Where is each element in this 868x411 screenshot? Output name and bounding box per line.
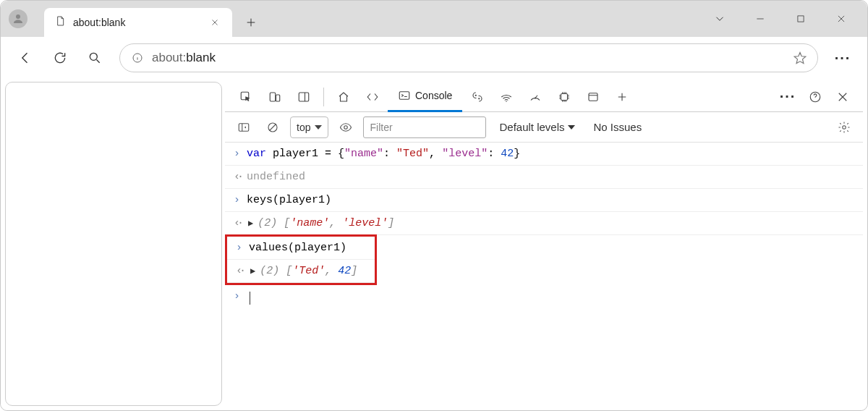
- svg-point-10: [479, 98, 480, 99]
- console-result-row[interactable]: ‹·▶(2) ['name', 'level']: [225, 212, 863, 235]
- tabs-dropdown-button[interactable]: [699, 1, 740, 37]
- toggle-sidebar-button[interactable]: [232, 116, 255, 139]
- tab-close-button[interactable]: [206, 14, 224, 31]
- console-input-row[interactable]: ›keys(player1): [225, 189, 863, 212]
- performance-tab[interactable]: [522, 85, 549, 109]
- row-content: ▶(2) ['name', 'level']: [247, 217, 854, 229]
- svg-point-2: [90, 53, 97, 60]
- titlebar: about:blank: [1, 1, 867, 37]
- input-marker-icon: ›: [234, 290, 247, 302]
- devtools-close-button[interactable]: [830, 85, 856, 109]
- text-cursor: [250, 292, 250, 305]
- row-content: ▶(2) ['Ted', 42]: [249, 265, 366, 277]
- new-tab-button[interactable]: [237, 8, 265, 37]
- menu-button[interactable]: ···: [827, 42, 859, 74]
- dots-icon: ···: [780, 88, 796, 105]
- chevron-down-icon: [568, 124, 575, 131]
- favorite-button[interactable]: [790, 51, 810, 65]
- svg-point-12: [535, 97, 536, 98]
- row-content: keys(player1): [247, 194, 854, 206]
- site-info-icon[interactable]: [127, 52, 148, 64]
- live-expression-button[interactable]: [334, 116, 357, 139]
- profile-button[interactable]: [1, 1, 35, 37]
- clear-console-button[interactable]: [261, 116, 284, 139]
- console-toolbar: top Filter Default levels No Issues: [225, 112, 863, 143]
- console-output[interactable]: ›var player1 = {"name": "Ted", "level": …: [225, 143, 863, 406]
- console-result-row[interactable]: ‹·▶(2) ['Ted', 42]: [227, 260, 375, 283]
- input-marker-icon: ›: [234, 194, 247, 206]
- svg-point-0: [16, 14, 20, 19]
- browser-window: about:blank: [0, 0, 868, 411]
- address-bar[interactable]: about:blank: [119, 43, 818, 72]
- minimize-button[interactable]: [740, 1, 780, 37]
- output-marker-icon: ‹·: [234, 171, 247, 183]
- console-tab[interactable]: Console: [388, 82, 462, 112]
- elements-tab[interactable]: [359, 85, 386, 109]
- output-marker-icon: ‹·: [236, 265, 249, 277]
- highlight-annotation: ›values(player1)‹·▶(2) ['Ted', 42]: [225, 234, 377, 285]
- maximize-button[interactable]: [780, 1, 821, 37]
- dock-side-button[interactable]: [290, 85, 318, 109]
- devtools-panel: Console: [225, 82, 863, 406]
- sources-tab[interactable]: [464, 85, 491, 109]
- more-tabs-button[interactable]: [608, 85, 636, 109]
- svg-point-18: [344, 125, 348, 129]
- filter-input[interactable]: Filter: [363, 116, 486, 138]
- svg-rect-14: [589, 93, 597, 101]
- svg-rect-16: [239, 123, 249, 131]
- context-label: top: [297, 122, 310, 133]
- svg-point-11: [506, 101, 508, 102]
- svg-point-19: [843, 125, 846, 129]
- levels-label: Default levels: [499, 121, 564, 133]
- network-tab[interactable]: [493, 85, 520, 109]
- window-controls: [699, 1, 867, 37]
- memory-tab[interactable]: [550, 85, 578, 109]
- console-input-row[interactable]: ›var player1 = {"name": "Ted", "level": …: [225, 143, 863, 166]
- devtools-menu-button[interactable]: ···: [775, 85, 801, 109]
- close-window-button[interactable]: [821, 1, 861, 37]
- svg-rect-7: [299, 93, 309, 101]
- console-settings-button[interactable]: [833, 116, 856, 139]
- devtools-tabs: Console: [225, 82, 863, 112]
- svg-rect-1: [798, 16, 804, 22]
- address-text: about:blank: [152, 51, 216, 65]
- filter-placeholder: Filter: [370, 122, 392, 133]
- console-prompt[interactable]: ›: [225, 284, 863, 308]
- console-result-row[interactable]: ‹·undefined: [225, 166, 863, 189]
- tab-title: about:blank: [73, 17, 199, 28]
- search-button[interactable]: [79, 42, 111, 74]
- browser-tab[interactable]: about:blank: [44, 8, 232, 37]
- svg-rect-13: [561, 93, 568, 100]
- svg-rect-6: [276, 95, 280, 101]
- row-content: var player1 = {"name": "Ted", "level": 4…: [247, 148, 854, 160]
- dots-icon: ···: [835, 50, 851, 67]
- console-tab-label: Console: [415, 90, 452, 101]
- refresh-button[interactable]: [44, 42, 76, 74]
- input-marker-icon: ›: [234, 148, 247, 160]
- row-content: values(player1): [249, 242, 366, 254]
- devtools-help-button[interactable]: [802, 85, 828, 109]
- svg-point-9: [475, 94, 477, 96]
- back-button[interactable]: [9, 42, 41, 74]
- avatar-icon: [9, 9, 27, 28]
- chevron-down-icon: [315, 124, 322, 131]
- console-input-row[interactable]: ›values(player1): [227, 237, 375, 260]
- issues-label[interactable]: No Issues: [594, 121, 642, 133]
- row-content: undefined: [247, 171, 854, 183]
- nav-toolbar: about:blank ···: [1, 37, 867, 79]
- input-marker-icon: ›: [236, 242, 249, 254]
- welcome-tab[interactable]: [330, 85, 357, 109]
- svg-rect-8: [399, 92, 409, 100]
- device-toggle-button[interactable]: [261, 85, 289, 109]
- log-levels-selector[interactable]: Default levels: [499, 121, 574, 133]
- page-viewport: [5, 82, 222, 406]
- inspect-button[interactable]: [232, 85, 260, 109]
- context-selector[interactable]: top: [290, 116, 328, 138]
- svg-rect-5: [270, 93, 276, 101]
- output-marker-icon: ‹·: [234, 217, 247, 229]
- application-tab[interactable]: [579, 85, 607, 109]
- page-icon: [54, 15, 66, 30]
- content-area: Console: [1, 79, 867, 410]
